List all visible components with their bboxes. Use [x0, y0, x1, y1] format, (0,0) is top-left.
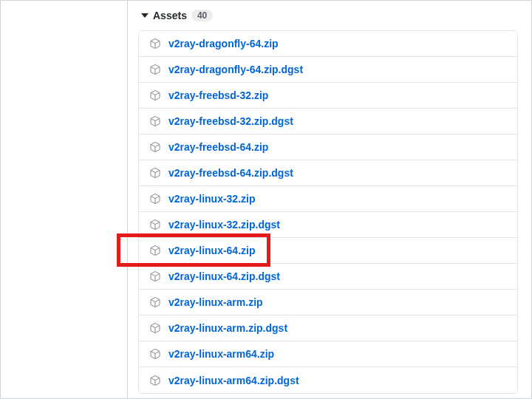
- assets-toggle[interactable]: Assets 40: [138, 10, 518, 21]
- package-icon: [149, 115, 161, 127]
- asset-link[interactable]: v2ray-linux-arm.zip: [168, 296, 263, 308]
- package-icon: [149, 38, 161, 50]
- package-icon: [149, 193, 161, 205]
- asset-row: v2ray-dragonfly-64.zip.dgst: [139, 57, 517, 83]
- assets-list: v2ray-dragonfly-64.zipv2ray-dragonfly-64…: [138, 30, 518, 394]
- package-icon: [149, 348, 161, 360]
- asset-link[interactable]: v2ray-freebsd-64.zip: [168, 141, 268, 153]
- package-icon: [149, 245, 161, 256]
- asset-link[interactable]: v2ray-linux-arm.zip.dgst: [168, 322, 287, 334]
- asset-link[interactable]: v2ray-freebsd-32.zip: [168, 89, 268, 101]
- asset-link[interactable]: v2ray-freebsd-32.zip.dgst: [168, 115, 293, 127]
- asset-link[interactable]: v2ray-linux-64.zip: [168, 245, 256, 256]
- package-icon: [149, 270, 161, 282]
- asset-link[interactable]: v2ray-linux-32.zip: [168, 193, 256, 205]
- asset-link[interactable]: v2ray-linux-64.zip.dgst: [168, 270, 280, 282]
- asset-row: v2ray-freebsd-64.zip: [139, 134, 517, 160]
- package-icon: [149, 167, 161, 179]
- asset-row: v2ray-freebsd-32.zip: [139, 83, 517, 109]
- asset-link[interactable]: v2ray-linux-arm64.zip: [168, 348, 274, 360]
- asset-row: v2ray-linux-32.zip.dgst: [139, 212, 517, 238]
- asset-row: v2ray-linux-64.zip: [139, 238, 517, 264]
- asset-link[interactable]: v2ray-dragonfly-64.zip: [168, 38, 279, 50]
- package-icon: [149, 64, 161, 75]
- asset-row: v2ray-linux-32.zip: [139, 186, 517, 212]
- asset-row: v2ray-linux-arm64.zip.dgst: [139, 367, 517, 393]
- asset-row: v2ray-linux-arm64.zip: [139, 341, 517, 367]
- package-icon: [149, 89, 161, 101]
- asset-link[interactable]: v2ray-linux-arm64.zip.dgst: [168, 375, 299, 386]
- package-icon: [149, 219, 161, 231]
- asset-row: v2ray-freebsd-32.zip.dgst: [139, 109, 517, 134]
- asset-row: v2ray-freebsd-64.zip.dgst: [139, 160, 517, 186]
- asset-link[interactable]: v2ray-freebsd-64.zip.dgst: [168, 167, 293, 179]
- package-icon: [149, 296, 161, 308]
- release-content: Assets 40 v2ray-dragonfly-64.zipv2ray-dr…: [128, 1, 531, 398]
- asset-link[interactable]: v2ray-dragonfly-64.zip.dgst: [168, 64, 303, 75]
- assets-header-label: Assets: [153, 10, 187, 21]
- asset-row: v2ray-linux-arm.zip.dgst: [139, 316, 517, 341]
- package-icon: [149, 375, 161, 386]
- release-page-frame: Assets 40 v2ray-dragonfly-64.zipv2ray-dr…: [0, 0, 532, 399]
- asset-row: v2ray-linux-arm.zip: [139, 290, 517, 316]
- package-icon: [149, 141, 161, 153]
- package-icon: [149, 322, 161, 334]
- release-sidebar: [1, 1, 128, 398]
- asset-row: v2ray-dragonfly-64.zip: [139, 31, 517, 57]
- asset-row: v2ray-linux-64.zip.dgst: [139, 264, 517, 290]
- assets-count-badge: 40: [191, 10, 213, 21]
- asset-link[interactable]: v2ray-linux-32.zip.dgst: [168, 219, 280, 231]
- caret-down-icon: [141, 13, 149, 18]
